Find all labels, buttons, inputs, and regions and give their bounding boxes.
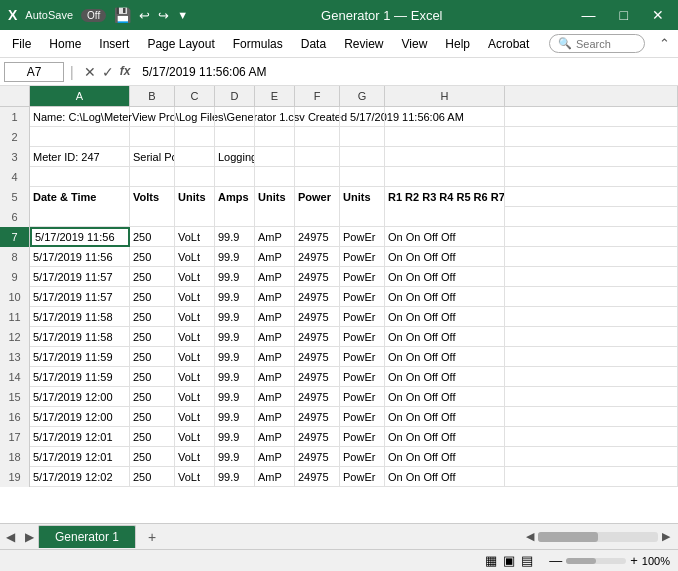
cell-g4[interactable] [340,167,385,187]
cell-c3[interactable] [175,147,215,167]
cell-g7[interactable]: PowEr [340,227,385,247]
sheet-next-icon[interactable]: ▶ [21,530,38,544]
cell-a11[interactable]: 5/17/2019 11:58 [30,307,130,327]
cell-b18[interactable]: 250 [130,447,175,467]
cell-c15[interactable]: VoLt [175,387,215,407]
cell-g14[interactable]: PowEr [340,367,385,387]
cell-f12[interactable]: 24975 [295,327,340,347]
cell-a16[interactable]: 5/17/2019 12:00 [30,407,130,427]
cell-c14[interactable]: VoLt [175,367,215,387]
cell-d6[interactable] [215,207,255,227]
customize-icon[interactable]: ▼ [177,9,188,21]
cell-f18[interactable]: 24975 [295,447,340,467]
cell-e2[interactable] [255,127,295,147]
cell-c5[interactable]: Units [175,187,215,207]
cell-h8[interactable]: On On Off Off [385,247,505,267]
cell-b4[interactable] [130,167,175,187]
zoom-out-icon[interactable]: — [549,553,562,568]
cell-e3[interactable] [255,147,295,167]
cell-d11[interactable]: 99.9 [215,307,255,327]
cell-a9[interactable]: 5/17/2019 11:57 [30,267,130,287]
cell-h1[interactable] [385,107,505,127]
menu-data[interactable]: Data [293,33,334,55]
menu-file[interactable]: File [4,33,39,55]
sheet-tab-generator1[interactable]: Generator 1 [38,525,136,548]
cell-d18[interactable]: 99.9 [215,447,255,467]
confirm-formula-icon[interactable]: ✓ [102,64,114,80]
cell-d10[interactable]: 99.9 [215,287,255,307]
page-layout-icon[interactable]: ▣ [503,553,515,568]
cell-a10[interactable]: 5/17/2019 11:57 [30,287,130,307]
close-button[interactable]: ✕ [646,7,670,23]
cell-h5[interactable]: R1 R2 R3 R4 R5 R6 R7 R8 [385,187,505,207]
cell-c2[interactable] [175,127,215,147]
cell-g17[interactable]: PowEr [340,427,385,447]
cell-h11[interactable]: On On Off Off [385,307,505,327]
cell-c19[interactable]: VoLt [175,467,215,487]
cell-d1[interactable] [215,107,255,127]
menu-help[interactable]: Help [437,33,478,55]
cell-d9[interactable]: 99.9 [215,267,255,287]
cell-h13[interactable]: On On Off Off [385,347,505,367]
undo-icon[interactable]: ↩ [139,8,150,23]
cell-f16[interactable]: 24975 [295,407,340,427]
cell-b3[interactable]: Serial Por [130,147,175,167]
cell-d13[interactable]: 99.9 [215,347,255,367]
cell-a18[interactable]: 5/17/2019 12:01 [30,447,130,467]
cell-g9[interactable]: PowEr [340,267,385,287]
page-break-icon[interactable]: ▤ [521,553,533,568]
scroll-left-icon[interactable]: ◀ [526,530,534,543]
insert-function-icon[interactable]: fx [120,64,131,80]
cell-f11[interactable]: 24975 [295,307,340,327]
menu-page-layout[interactable]: Page Layout [139,33,222,55]
autosave-toggle[interactable]: Off [81,9,106,22]
horizontal-scrollbar[interactable]: ◀ ▶ [526,530,670,543]
cell-c1[interactable] [175,107,215,127]
zoom-in-icon[interactable]: + [630,553,638,568]
cell-h18[interactable]: On On Off Off [385,447,505,467]
cell-b2[interactable] [130,127,175,147]
cell-g12[interactable]: PowEr [340,327,385,347]
cell-f2[interactable] [295,127,340,147]
cell-c13[interactable]: VoLt [175,347,215,367]
cell-a6[interactable] [30,207,130,227]
cell-h17[interactable]: On On Off Off [385,427,505,447]
cell-g8[interactable]: PowEr [340,247,385,267]
search-box[interactable]: 🔍 [549,34,645,53]
cell-f10[interactable]: 24975 [295,287,340,307]
cell-b6[interactable] [130,207,175,227]
cell-e15[interactable]: AmP [255,387,295,407]
cell-b1[interactable] [130,107,175,127]
cell-c6[interactable] [175,207,215,227]
cell-h6[interactable] [385,207,505,227]
col-header-d[interactable]: D [215,86,255,106]
cell-e18[interactable]: AmP [255,447,295,467]
cell-a4[interactable] [30,167,130,187]
scroll-track[interactable] [538,532,658,542]
scroll-right-icon[interactable]: ▶ [662,530,670,543]
cell-b8[interactable]: 250 [130,247,175,267]
cell-a19[interactable]: 5/17/2019 12:02 [30,467,130,487]
col-header-h[interactable]: H [385,86,505,106]
cell-e19[interactable]: AmP [255,467,295,487]
cell-b10[interactable]: 250 [130,287,175,307]
cell-d5[interactable]: Amps [215,187,255,207]
normal-view-icon[interactable]: ▦ [485,553,497,568]
cell-b16[interactable]: 250 [130,407,175,427]
minimize-button[interactable]: — [576,7,602,23]
cell-b14[interactable]: 250 [130,367,175,387]
cell-b5[interactable]: Volts [130,187,175,207]
cell-a1[interactable]: Name: C:\Log\MeterView Pro\Log Files\Gen… [30,107,130,127]
cell-h12[interactable]: On On Off Off [385,327,505,347]
cell-a5[interactable]: Date & Time [30,187,130,207]
cell-h14[interactable]: On On Off Off [385,367,505,387]
cell-b11[interactable]: 250 [130,307,175,327]
cell-h3[interactable] [385,147,505,167]
cell-a17[interactable]: 5/17/2019 12:01 [30,427,130,447]
cell-a14[interactable]: 5/17/2019 11:59 [30,367,130,387]
cell-a3[interactable]: Meter ID: 247 [30,147,130,167]
cell-e11[interactable]: AmP [255,307,295,327]
cell-d12[interactable]: 99.9 [215,327,255,347]
save-icon[interactable]: 💾 [114,7,131,23]
cell-e5[interactable]: Units [255,187,295,207]
